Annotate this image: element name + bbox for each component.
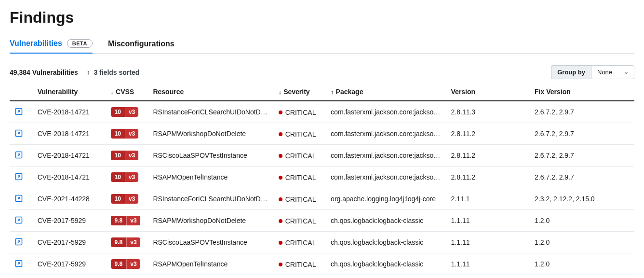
- column-resource[interactable]: Resource: [148, 84, 273, 101]
- cell-package: ch.qos.logback:logback-classic: [326, 253, 446, 275]
- severity-badge: CRITICAL: [279, 109, 316, 116]
- table-row[interactable]: CVE-2018-14721 10 v3 RSAPMOpenTelInstanc…: [10, 167, 634, 188]
- cell-fix-version: 2.6.7.2, 2.9.7: [530, 145, 634, 167]
- cell-vulnerability: CVE-2018-14721: [33, 145, 106, 167]
- cell-package: ch.qos.logback:logback-classic: [326, 210, 446, 232]
- cell-version: 1.1.11: [446, 232, 530, 253]
- tab-label: Vulnerabilities: [10, 39, 62, 48]
- cell-fix-version: 2.6.7.2, 2.9.7: [530, 123, 634, 145]
- tab-misconfigurations[interactable]: Misconfigurations: [108, 36, 174, 53]
- expand-icon[interactable]: [14, 172, 23, 181]
- cell-resource: RSCiscoLaaSPOVTestInstance: [148, 232, 273, 253]
- cell-version: 2.8.11.2: [446, 145, 530, 167]
- table-row[interactable]: CVE-2018-14721 10 v3 RSCiscoLaaSPOVTestI…: [10, 145, 634, 167]
- tab-vulnerabilities[interactable]: Vulnerabilities BETA: [10, 35, 93, 54]
- severity-badge: CRITICAL: [279, 195, 316, 203]
- severity-dot-icon: [279, 219, 282, 223]
- cell-version: 1.1.11: [446, 210, 530, 232]
- tabs: Vulnerabilities BETA Misconfigurations: [10, 35, 634, 54]
- severity-badge: CRITICAL: [279, 130, 316, 138]
- cvss-badge: 10 v3: [111, 129, 139, 139]
- severity-dot-icon: [279, 176, 282, 180]
- sort-info[interactable]: ↕ 3 fields sorted: [87, 69, 139, 76]
- severity-badge: CRITICAL: [279, 152, 316, 160]
- expand-icon[interactable]: [14, 237, 23, 246]
- cell-fix-version: 1.2.0: [530, 232, 634, 253]
- table-row[interactable]: CVE-2017-5929 9.8 v3 RSAPMOpenTelInstanc…: [10, 253, 634, 275]
- expand-icon[interactable]: [14, 216, 23, 224]
- cell-resource: RSAPMWorkshopDoNotDelete: [148, 123, 273, 145]
- column-version[interactable]: Version: [446, 84, 530, 101]
- cell-resource: RSAPMOpenTelInstance: [148, 167, 273, 188]
- cell-version: 1.1.11: [446, 253, 530, 275]
- groupby-select[interactable]: None: [591, 65, 634, 79]
- sort-icon: ↕: [87, 69, 90, 76]
- cell-package: chrome-launcher: [326, 275, 446, 278]
- cell-package: com.fasterxml.jackson.core:jackson-...: [326, 101, 446, 123]
- cell-fix-version: 2.6.7.2, 2.9.7: [530, 167, 634, 188]
- cell-vulnerability: CVE-2017-5929: [33, 253, 106, 275]
- severity-dot-icon: [279, 111, 282, 114]
- severity-badge: CRITICAL: [279, 261, 316, 268]
- cell-resource: RSAPMOpenTelInstance: [148, 253, 273, 275]
- cvss-badge: 9.8 v3: [111, 216, 140, 225]
- cell-package: com.fasterxml.jackson.core:jackson-...: [326, 145, 446, 167]
- cell-resource: RSInstanceForICLSearchUIDoNotDele...: [148, 188, 273, 210]
- cell-package: com.fasterxml.jackson.core:jackson-...: [326, 123, 446, 145]
- expand-icon[interactable]: [14, 107, 23, 116]
- cell-package: ch.qos.logback:logback-classic: [326, 232, 446, 253]
- severity-dot-icon: [279, 132, 282, 136]
- cell-resource: RSAPMWorkshopDoNotDelete: [148, 210, 273, 232]
- column-expand: [10, 84, 33, 101]
- table-row[interactable]: CVE-2020-7645 9.8 v3 RSAPMWorkshopDoNotD…: [10, 275, 634, 278]
- tab-label: Misconfigurations: [108, 40, 174, 48]
- toolbar-right: Group by None: [551, 65, 634, 79]
- severity-badge: CRITICAL: [279, 174, 316, 181]
- column-vulnerability[interactable]: Vulnerability: [33, 84, 106, 101]
- groupby-label: Group by: [551, 65, 591, 79]
- expand-icon[interactable]: [14, 259, 23, 268]
- cell-vulnerability: CVE-2017-5929: [33, 210, 106, 232]
- column-fix-version[interactable]: Fix Version: [530, 84, 634, 101]
- table-row[interactable]: CVE-2018-14721 10 v3 RSInstanceForICLSea…: [10, 101, 634, 123]
- cell-version: 2.8.11.2: [446, 167, 530, 188]
- severity-badge: CRITICAL: [279, 239, 316, 247]
- cvss-badge: 10 v3: [111, 107, 139, 117]
- cell-fix-version: 2.3.2, 2.12.2, 2.15.0: [530, 188, 634, 210]
- cell-resource: RSAPMWorkshopDoNotDelete: [148, 275, 273, 278]
- expand-icon[interactable]: [14, 151, 23, 159]
- cell-fix-version: 2.6.7.2, 2.9.7: [530, 101, 634, 123]
- cell-package: com.fasterxml.jackson.core:jackson-...: [326, 167, 446, 188]
- cvss-badge: 10 v3: [111, 172, 139, 182]
- table-row[interactable]: CVE-2021-44228 10 v3 RSInstanceForICLSea…: [10, 188, 634, 210]
- table-row[interactable]: CVE-2017-5929 9.8 v3 RSCiscoLaaSPOVTestI…: [10, 232, 634, 253]
- sort-desc-icon: ↓: [111, 88, 114, 96]
- expand-icon[interactable]: [14, 129, 23, 138]
- severity-dot-icon: [279, 241, 282, 245]
- cvss-badge: 9.8 v3: [111, 259, 140, 269]
- toolbar: 49,384 Vulnerabilities ↕ 3 fields sorted…: [10, 65, 634, 79]
- cell-resource: RSInstanceForICLSearchUIDoNotDele...: [148, 101, 273, 123]
- cvss-badge: 10 v3: [111, 194, 139, 204]
- cell-fix-version: 1.2.0: [530, 253, 634, 275]
- cell-vulnerability: CVE-2018-14721: [33, 167, 106, 188]
- cvss-badge: 9.8 v3: [111, 237, 140, 247]
- cell-version: 2.8.11.3: [446, 101, 530, 123]
- column-package[interactable]: ↑Package: [326, 84, 446, 101]
- column-severity[interactable]: ↓Severity: [274, 84, 326, 101]
- toolbar-left: 49,384 Vulnerabilities ↕ 3 fields sorted: [10, 69, 139, 76]
- sort-asc-icon: ↑: [331, 88, 334, 96]
- cell-resource: RSCiscoLaaSPOVTestInstance: [148, 145, 273, 167]
- table-row[interactable]: CVE-2017-5929 9.8 v3 RSAPMWorkshopDoNotD…: [10, 210, 634, 232]
- expand-icon[interactable]: [14, 194, 23, 203]
- cvss-badge: 10 v3: [111, 151, 139, 160]
- groupby-value: None: [597, 69, 612, 76]
- cell-fix-version: 0.13.2: [530, 275, 634, 278]
- severity-dot-icon: [279, 197, 282, 201]
- table-row[interactable]: CVE-2018-14721 10 v3 RSAPMWorkshopDoNotD…: [10, 123, 634, 145]
- cell-vulnerability: CVE-2020-7645: [33, 275, 106, 278]
- cell-vulnerability: CVE-2017-5929: [33, 232, 106, 253]
- column-cvss[interactable]: ↓CVSS: [106, 84, 148, 101]
- cell-fix-version: 1.2.0: [530, 210, 634, 232]
- cell-vulnerability: CVE-2018-14721: [33, 123, 106, 145]
